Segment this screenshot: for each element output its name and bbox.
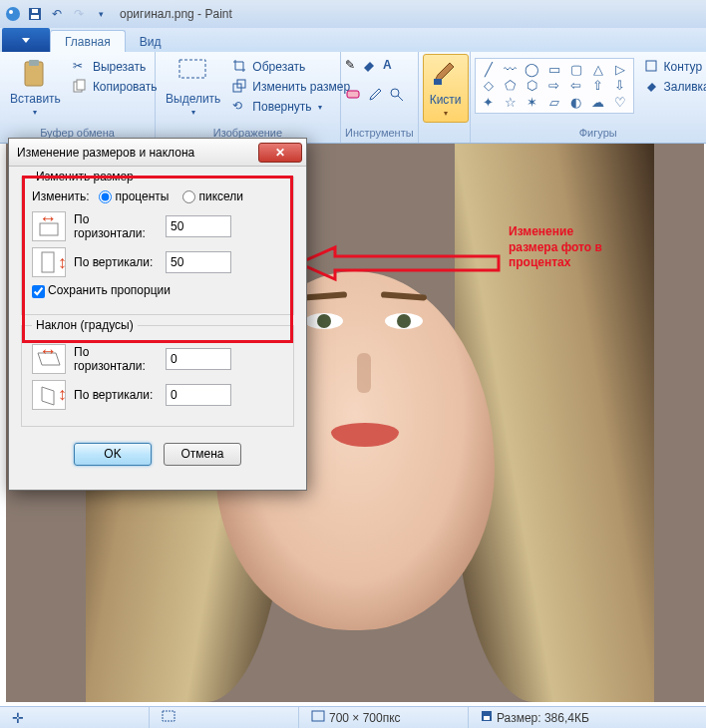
brush-icon (430, 59, 462, 91)
crop-label: Обрезать (252, 60, 305, 74)
filesize-icon (481, 710, 493, 725)
svg-rect-22 (163, 711, 175, 721)
skew-horizontal-icon: ↔ (32, 344, 66, 374)
svg-point-0 (6, 7, 20, 21)
shape-line-icon[interactable]: ╱ (485, 62, 493, 77)
svg-rect-25 (484, 716, 490, 720)
svg-point-13 (391, 89, 399, 97)
paste-button[interactable]: Вставить ▾ (4, 54, 67, 121)
undo-icon[interactable]: ↶ (48, 5, 66, 23)
copy-icon (73, 79, 89, 95)
selection-size-icon (162, 710, 176, 725)
tab-view[interactable]: Вид (126, 31, 176, 52)
group-tools: ✎ A Инструменты (341, 52, 419, 143)
shape-fill-button[interactable]: Заливка▾ (642, 78, 706, 96)
group-shapes: ╱〰◯▭▢△▷ ◇⬠⬡⇨⇦⇧⇩ ✦☆✶▱◐☁♡ Контур▾ Заливка▾… (471, 52, 706, 143)
shape-polygon-icon[interactable]: △ (593, 62, 603, 77)
resize-label: Изменить размер (252, 80, 350, 94)
shape-callout-rect-icon[interactable]: ▱ (549, 95, 559, 110)
ok-button[interactable]: OK (74, 443, 152, 466)
chevron-down-icon: ▾ (191, 108, 195, 117)
shape-star4-icon[interactable]: ✦ (483, 95, 494, 110)
shape-star6-icon[interactable]: ✶ (527, 95, 537, 110)
crop-button[interactable]: Обрезать (230, 58, 352, 76)
cut-label: Вырезать (93, 60, 146, 74)
shape-arrow-up-icon[interactable]: ⇧ (592, 78, 603, 93)
shape-arrow-left-icon[interactable]: ⇦ (570, 78, 581, 93)
resize-icon (232, 79, 248, 95)
svg-rect-4 (32, 9, 38, 13)
file-menu-button[interactable] (2, 28, 50, 52)
rotate-icon: ⟲ (232, 99, 248, 115)
svg-rect-9 (179, 60, 205, 78)
window-title: оригинал.png - Paint (120, 7, 232, 21)
outline-label: Контур (664, 60, 702, 74)
chevron-down-icon: ▾ (318, 103, 322, 112)
fill-icon (644, 79, 660, 95)
shape-callout-cloud-icon[interactable]: ☁ (591, 95, 604, 110)
skew-vertical-input[interactable] (166, 384, 231, 406)
fill-tool-icon[interactable] (361, 58, 377, 77)
qat-dropdown-icon[interactable]: ▾ (92, 5, 110, 23)
shape-outline-button[interactable]: Контур▾ (642, 58, 706, 76)
shape-callout-oval-icon[interactable]: ◐ (570, 95, 581, 110)
brushes-button[interactable]: Кисти ▾ (423, 54, 469, 123)
svg-line-14 (398, 96, 403, 101)
shape-oval-icon[interactable]: ◯ (525, 62, 539, 77)
shape-rect-icon[interactable]: ▭ (548, 62, 560, 77)
copy-button[interactable]: Копировать (71, 78, 160, 96)
svg-rect-23 (312, 711, 324, 721)
redo-icon[interactable]: ↷ (70, 5, 88, 23)
svg-rect-12 (347, 91, 359, 98)
shape-star5-icon[interactable]: ☆ (505, 95, 517, 110)
shape-diamond-icon[interactable]: ◇ (484, 78, 494, 93)
group-image: Выделить ▾ Обрезать Изменить размер ⟲Пов… (156, 52, 341, 143)
select-button[interactable]: Выделить ▾ (160, 54, 226, 121)
shape-arrow-down-icon[interactable]: ⇩ (614, 78, 625, 93)
copy-label: Копировать (93, 80, 158, 94)
skew-vertical-label: По вертикали: (74, 388, 158, 402)
cut-button[interactable]: ✂Вырезать (71, 58, 160, 76)
annotation-text: Изменение размера фото в процентах (509, 224, 602, 271)
svg-rect-8 (77, 80, 85, 90)
shape-arrow-right-icon[interactable]: ⇨ (548, 78, 559, 93)
annotation-arrow (299, 243, 509, 283)
canvas-size-icon (311, 710, 325, 725)
dialog-titlebar[interactable]: Изменение размеров и наклона ✕ (9, 139, 306, 167)
magnifier-tool-icon[interactable] (389, 87, 405, 106)
rotate-button[interactable]: ⟲Повернуть▾ (230, 98, 352, 116)
svg-rect-6 (29, 60, 39, 66)
cancel-button[interactable]: Отмена (164, 443, 241, 466)
group-brushes: Кисти ▾ (419, 52, 471, 143)
ribbon-tab-row: Главная Вид (0, 28, 706, 52)
shapes-gallery[interactable]: ╱〰◯▭▢△▷ ◇⬠⬡⇨⇦⇧⇩ ✦☆✶▱◐☁♡ (475, 58, 634, 114)
brushes-label: Кисти (430, 93, 462, 107)
shape-roundrect-icon[interactable]: ▢ (570, 62, 582, 77)
svg-rect-15 (434, 79, 442, 85)
shape-hexagon-icon[interactable]: ⬡ (527, 78, 537, 93)
window-titlebar: ↶ ↷ ▾ оригинал.png - Paint (0, 0, 706, 28)
shape-triangle-icon[interactable]: ▷ (615, 62, 625, 77)
paint-app-icon (4, 5, 22, 23)
save-icon[interactable] (26, 5, 44, 23)
eraser-tool-icon[interactable] (345, 87, 361, 106)
shape-heart-icon[interactable]: ♡ (614, 95, 626, 110)
fill-label: Заливка (664, 80, 706, 94)
picker-tool-icon[interactable] (367, 87, 383, 106)
shape-pentagon-icon[interactable]: ⬠ (505, 78, 516, 93)
svg-rect-16 (646, 61, 656, 71)
dialog-close-button[interactable]: ✕ (258, 143, 302, 163)
svg-marker-17 (299, 247, 499, 279)
skew-vertical-icon: ↕ (32, 380, 66, 410)
paste-icon (19, 58, 51, 90)
select-label: Выделить (166, 92, 220, 106)
tab-home[interactable]: Главная (50, 30, 126, 52)
shape-curve-icon[interactable]: 〰 (504, 62, 517, 77)
text-tool-icon[interactable]: A (383, 58, 392, 77)
rotate-label: Повернуть (252, 100, 311, 114)
svg-rect-3 (31, 15, 39, 19)
pencil-tool-icon[interactable]: ✎ (345, 58, 355, 77)
resize-button[interactable]: Изменить размер (230, 78, 352, 96)
file-size: Размер: 386,4КБ (497, 711, 589, 725)
skew-horizontal-input[interactable] (166, 348, 231, 370)
